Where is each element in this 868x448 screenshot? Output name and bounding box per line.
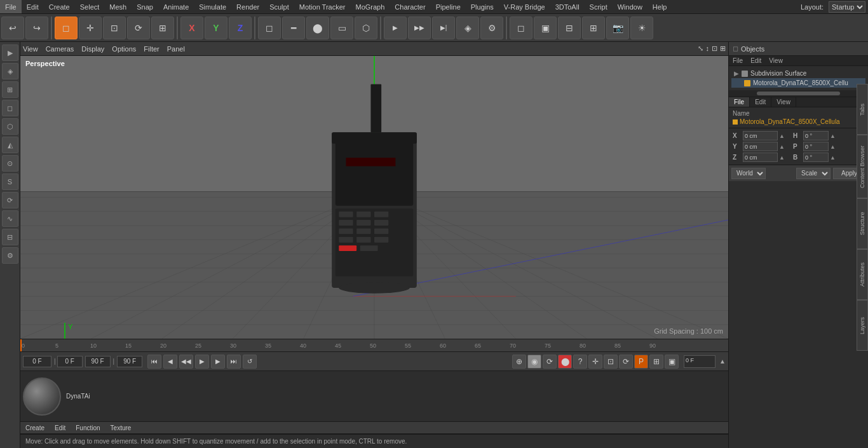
menu-select[interactable]: Select [75,0,105,13]
menu-sculpt[interactable]: Sculpt [264,0,294,13]
menu-help[interactable]: Help [648,0,672,13]
left-btn-3[interactable]: ⊞ [2,81,18,98]
z-axis-button[interactable]: Z [229,17,252,39]
layout-select[interactable]: Startup [829,1,865,13]
viewport-menu-filter[interactable]: Filter [144,45,159,53]
menu-edit[interactable]: Edit [22,0,44,13]
left-btn-6[interactable]: ◭ [2,137,18,153]
current-frame-input[interactable] [23,356,51,367]
x-axis-button[interactable]: X [180,17,203,39]
b-up-arrow[interactable]: ▲ [830,154,840,161]
viewport-menu-cameras[interactable]: Cameras [46,45,74,53]
play-forward-button[interactable]: ▶ [195,355,209,369]
tree-item-motorola[interactable]: Motorola_DynaTAC_8500X_Cellu [731,78,865,88]
b-rotation-input[interactable] [803,153,829,162]
material-menu-function[interactable]: Function [71,424,105,431]
left-btn-10[interactable]: ∿ [2,210,18,227]
material-menu-texture[interactable]: Texture [105,424,137,431]
menu-motiontracker[interactable]: Motion Tracker [294,0,351,13]
tree-item-subdivision[interactable]: ▶ Subdivision Surface [731,69,865,78]
help-button[interactable]: ? [573,355,587,369]
point-mode-button[interactable]: ⬤ [306,17,329,39]
light-button[interactable]: ☀ [630,17,653,39]
world-select[interactable]: World [731,168,766,179]
p-rotation-input[interactable] [803,142,829,151]
viewport-icon-4[interactable]: ⊞ [720,44,726,53]
left-btn-4[interactable]: ◻ [2,100,18,116]
left-btn-2[interactable]: ◈ [2,63,18,79]
menu-file[interactable]: File [0,0,22,13]
timeline[interactable]: 0 5 10 15 20 25 30 35 40 45 50 55 60 65 … [20,339,728,351]
render-settings-button[interactable]: ⚙ [480,17,503,39]
menu-character[interactable]: Character [390,0,430,13]
render-button[interactable]: ▶ [384,17,407,39]
vtab-tabs[interactable]: Tabs [857,84,868,135]
left-btn-1[interactable]: ▶ [2,44,18,61]
extra-1-button[interactable]: ✛ [588,355,602,369]
vtab-structure[interactable]: Structure [857,198,868,249]
frame-start-input[interactable] [57,356,83,367]
grid-button[interactable]: ⊞ [582,17,605,39]
poly-mode-button[interactable]: ▭ [330,17,353,39]
z-pos-up-arrow[interactable]: ▲ [779,154,789,161]
vtab-attributes[interactable]: Attributes [857,249,868,300]
tab-edit[interactable]: Edit [750,97,771,107]
play-reverse-button[interactable]: ◀◀ [179,355,193,369]
rotate-button[interactable]: ⟳ [127,17,150,39]
menu-window[interactable]: Window [613,0,648,13]
menu-mograph[interactable]: MoGraph [350,0,390,13]
viewport-menu-display[interactable]: Display [81,45,104,53]
viewport-menu-panel[interactable]: Panel [167,45,185,53]
tab-view[interactable]: View [771,97,796,107]
edge-mode-button[interactable]: ━ [282,17,305,39]
y-axis-button[interactable]: Y [205,17,227,39]
prev-frame-button[interactable]: ◀ [163,355,177,369]
keyframe-button[interactable]: ◉ [527,355,541,369]
motion-path-button[interactable]: ⊕ [512,355,526,369]
view-options-button[interactable]: ⊟ [558,17,581,39]
menu-pipeline[interactable]: Pipeline [431,0,466,13]
frame-end1-input[interactable] [85,356,111,367]
left-btn-12[interactable]: ⚙ [2,247,18,264]
h-up-arrow[interactable]: ▲ [830,133,840,139]
object-mode-button[interactable]: ◻ [258,17,281,39]
scroll-thumb[interactable] [757,92,840,95]
extra-5-button[interactable]: ⊞ [649,355,663,369]
horizontal-scrollbar[interactable] [729,90,868,97]
material-menu-create[interactable]: Create [20,424,50,431]
h-rotation-input[interactable] [803,131,829,140]
render-region-button[interactable]: ▶▶ [408,17,431,39]
left-btn-8[interactable]: S [2,173,18,190]
move-button[interactable]: ✛ [79,17,102,39]
next-frame-button[interactable]: ▶ [211,355,225,369]
undo-button[interactable]: ↩ [1,17,24,39]
viewport-icon-2[interactable]: ↕ [706,44,710,53]
viewport-menu-view[interactable]: View [23,45,38,53]
render-all-button[interactable]: ▶| [432,17,455,39]
select-button[interactable]: ◻ [55,17,78,39]
frame-end2-input[interactable] [117,356,142,367]
vtab-layers[interactable]: Layers [857,300,868,351]
perspective-button[interactable]: ◻ [510,17,532,39]
extra-3-button[interactable]: ⟳ [619,355,633,369]
obj-menu-file[interactable]: File [729,56,747,65]
scale-button[interactable]: ⊡ [103,17,126,39]
uvw-mode-button[interactable]: ⬡ [355,17,377,39]
viewport-3d[interactable]: Y X Perspective Grid Spacing : 100 cm [20,56,728,339]
frame-increment[interactable]: ▲ [719,358,726,365]
render-preview-button[interactable]: ◈ [456,17,479,39]
camera-button[interactable]: 📷 [606,17,629,39]
p-up-arrow[interactable]: ▲ [830,144,840,150]
redo-button[interactable]: ↪ [25,17,48,39]
extra-4-button[interactable]: P [634,355,648,369]
top-button[interactable]: ▣ [534,17,557,39]
vtab-content-browser[interactable]: Content Browser [857,135,868,198]
object-name-item[interactable]: Motorola_DynaTAC_8500X_Cellula [733,118,840,125]
extra-6-button[interactable]: ▣ [665,355,679,369]
menu-3dtoall[interactable]: 3DToAll [550,0,585,13]
material-menu-edit[interactable]: Edit [50,424,71,431]
obj-menu-edit[interactable]: Edit [747,56,765,65]
tab-file[interactable]: File [729,97,750,107]
material-ball[interactable] [23,377,61,416]
menu-create[interactable]: Create [44,0,75,13]
